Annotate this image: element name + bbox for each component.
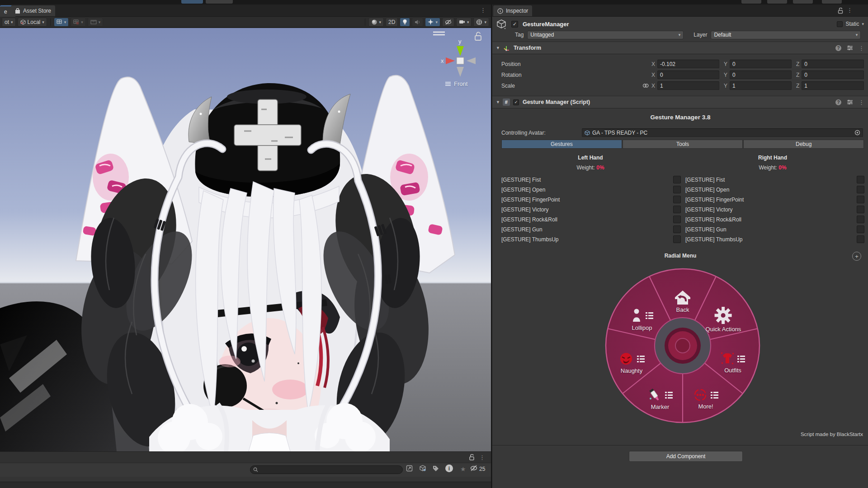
front-label-text: Front [454,80,467,87]
cube-icon [20,19,26,25]
radial-item-marker[interactable]: Marker [647,388,673,410]
inspector-tab[interactable]: Inspector [493,5,532,16]
2d-label: 2D [388,19,395,25]
tag-filter-icon[interactable] [432,465,439,472]
radial-item-back[interactable]: Back [674,290,692,313]
object-picker-icon[interactable] [854,130,860,136]
orientation-button[interactable]: Local ▾ [18,18,47,27]
speaker-icon [415,19,420,25]
transform-header[interactable]: ▼ Transform ? ⋮ [492,42,868,54]
static-checkbox[interactable] [837,21,843,27]
audio-toggle-button[interactable] [412,18,423,27]
scale-z-field[interactable]: 1 [802,81,864,90]
gameobject-active-checkbox[interactable]: ✓ [511,21,518,28]
position-z-field[interactable]: 0 [802,60,864,68]
right-hand-title: Right Hand [758,155,787,161]
help-icon[interactable]: ? [835,45,841,51]
radial-item-naughty[interactable]: Naughty [618,352,645,374]
gm-help-icon[interactable]: ? [835,99,841,105]
static-group[interactable]: Static ▾ [837,21,864,27]
presets-icon[interactable] [847,45,853,51]
lightbulb-icon [402,19,407,25]
position-x-field[interactable]: -0.102 [657,60,719,68]
static-dropdown-icon[interactable]: ▾ [862,22,864,26]
controlling-avatar-value: GA - TPS READY - PC [592,130,647,136]
gesture-toggle[interactable] [857,225,864,233]
lock-icon[interactable] [469,454,475,461]
gear-icon [714,306,732,324]
gm-menu-icon[interactable]: ⋮ [859,99,865,106]
controlling-avatar-field[interactable]: GA - TPS READY - PC [582,128,863,137]
shaded-sphere-icon [371,19,377,25]
gesture-toggle[interactable] [857,216,864,223]
frame-select-icon[interactable] [406,465,413,472]
asset-store-tab[interactable]: Asset Store [11,5,55,16]
gesture-toggle[interactable] [673,216,681,223]
scene-search-box[interactable] [250,465,403,474]
gesture-toggle[interactable] [673,206,681,213]
gesture-toggle[interactable] [673,196,681,203]
transform-menu-icon[interactable]: ⋮ [859,45,865,52]
rotation-y-field[interactable]: 0 [730,70,792,79]
scale-x-field[interactable]: 1 [657,81,719,90]
hidden-objects-button[interactable] [442,18,454,27]
rotation-z-field[interactable]: 0 [802,70,864,79]
pivot-button[interactable]: ot ▾ [2,18,16,27]
rotation-x-field[interactable]: 0 [657,70,719,79]
transform-foldout-icon[interactable]: ▼ [496,46,500,50]
gizmos-button[interactable]: ▾ [473,18,489,27]
radial-item-outfits[interactable]: Outfits [721,352,745,374]
gameobject-cube-icon[interactable] [496,19,507,29]
gm-enabled-checkbox[interactable]: ✓ [513,99,519,105]
prefab-filter-icon[interactable] [420,465,426,472]
gesture-toggle[interactable] [857,196,864,203]
scale-y-field[interactable]: 1 [730,81,792,90]
tab-gestures[interactable]: Gestures [501,140,622,149]
snap-increment-button[interactable]: ▾ [71,18,86,27]
hidden-count-eye-icon[interactable] [470,465,478,471]
link-scale-icon[interactable] [642,83,649,89]
gm-presets-icon[interactable] [847,99,853,105]
gesture-toggle[interactable] [857,176,864,183]
submenu-list-icon [637,356,645,362]
grid-icon [57,19,62,25]
tab-debug[interactable]: Debug [743,140,864,149]
tag-dropdown[interactable]: Untagged ▾ [527,31,684,39]
effects-toggle-button[interactable]: ▾ [425,18,440,27]
radial-add-button[interactable]: + [852,252,861,261]
inspector-lock-icon[interactable] [838,8,843,14]
radial-item-quick-actions[interactable]: Quick Actions [706,306,741,333]
inspector-menu-icon[interactable]: ⋮ [847,7,853,14]
radial-item-lollipop[interactable]: Lollipop [631,308,653,331]
gesture-toggle[interactable] [857,206,864,213]
position-y-field[interactable]: 0 [730,60,792,68]
footer-menu-icon[interactable]: ⋮ [479,454,486,461]
draw-mode-button[interactable]: ▾ [368,18,384,27]
gesture-toggle[interactable] [673,186,681,193]
lighting-toggle-button[interactable] [400,18,410,27]
layer-dropdown[interactable]: Default ▾ [711,31,861,39]
measure-button[interactable]: ▾ [88,18,104,27]
scene-viewport[interactable]: y x Front [0,28,491,451]
2d-toggle-button[interactable]: 2D [386,18,398,27]
radial-item-more[interactable]: More! [693,388,718,410]
gm-version-row: Gesture Manager 3.8 [492,113,868,121]
gm-foldout-icon[interactable]: ▼ [496,100,500,104]
gesture-toggle[interactable] [673,225,681,233]
scene-tab-menu-icon[interactable]: ⋮ [480,7,486,14]
add-component-button[interactable]: Add Component [629,451,743,462]
camera-settings-button[interactable]: ▾ [456,18,472,27]
favorites-icon[interactable]: ★ [460,465,466,473]
gameobject-name[interactable]: GestureManager [523,21,569,28]
info-toggle-icon[interactable]: i [445,465,453,472]
gesture-label: [GESTURE] FingerPoint [501,197,560,203]
gesture-toggle[interactable] [857,186,864,193]
tab-tools[interactable]: Tools [623,140,743,149]
scene-search-input[interactable] [260,467,400,473]
gesture-manager-header[interactable]: ▼ # ✓ Gesture Manager (Script) ? ⋮ [492,96,868,108]
grid-visibility-button[interactable]: ▾ [54,18,69,27]
gesture-toggle[interactable] [673,176,681,183]
view-orientation-label[interactable]: Front [445,80,467,87]
gesture-toggle[interactable] [857,235,864,243]
gesture-toggle[interactable] [673,235,681,243]
